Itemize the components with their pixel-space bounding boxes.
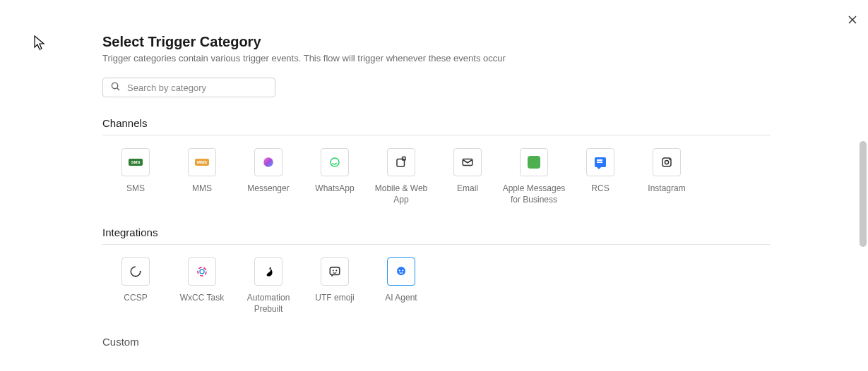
tile-label: Apple Messages for Business bbox=[502, 183, 566, 205]
section-title-channels: Channels bbox=[102, 117, 770, 135]
section-title-custom: Custom bbox=[102, 336, 770, 353]
tile-wxcc-task[interactable]: WxCC Task bbox=[169, 257, 235, 315]
tile-apple-messages[interactable]: Apple Messages for Business bbox=[501, 148, 567, 205]
section-title-integrations: Integrations bbox=[102, 226, 770, 245]
svg-point-17 bbox=[333, 270, 334, 272]
tile-mms[interactable]: MMS MMS bbox=[169, 148, 235, 205]
search-input[interactable] bbox=[102, 78, 275, 97]
messenger-icon bbox=[254, 148, 283, 176]
wxcc-icon bbox=[188, 257, 216, 286]
tile-instagram[interactable]: Instagram bbox=[634, 148, 700, 205]
section-custom: Custom bbox=[102, 336, 770, 353]
tile-whatsapp[interactable]: WhatsApp bbox=[302, 148, 368, 205]
tile-label: WhatsApp bbox=[315, 183, 354, 195]
tile-label: Email bbox=[457, 183, 478, 195]
tile-label: RCS bbox=[591, 183, 609, 195]
emoji-icon bbox=[321, 257, 349, 286]
tile-messenger[interactable]: Messenger bbox=[235, 148, 302, 205]
tile-label: AI Agent bbox=[385, 293, 417, 304]
mobile-web-icon bbox=[387, 148, 415, 176]
section-integrations: Integrations CCSP bbox=[102, 226, 770, 315]
scrollbar-thumb[interactable] bbox=[860, 141, 867, 247]
ccsp-icon bbox=[121, 257, 150, 286]
tile-label: MMS bbox=[192, 183, 212, 195]
mms-icon: MMS bbox=[188, 148, 216, 176]
svg-point-19 bbox=[397, 267, 405, 275]
ai-agent-icon bbox=[387, 257, 415, 286]
svg-rect-16 bbox=[330, 267, 340, 275]
tile-ccsp[interactable]: CCSP bbox=[102, 257, 169, 315]
svg-point-12 bbox=[135, 276, 136, 277]
tile-label: Messenger bbox=[247, 183, 289, 195]
close-icon bbox=[848, 16, 857, 24]
tile-mobile-web[interactable]: Mobile & Web App bbox=[368, 148, 434, 205]
svg-point-5 bbox=[331, 158, 339, 166]
page-title: Select Trigger Category bbox=[102, 34, 770, 50]
modal-content: Select Trigger Category Trigger categori… bbox=[0, 0, 770, 353]
apple-messages-icon bbox=[520, 148, 548, 176]
page-subtitle: Trigger categories contain various trigg… bbox=[102, 53, 770, 63]
svg-point-4 bbox=[263, 157, 273, 167]
modal-header: Select Trigger Category Trigger categori… bbox=[102, 34, 770, 63]
sms-icon: SMS bbox=[121, 148, 150, 176]
email-icon bbox=[453, 148, 482, 176]
tile-email[interactable]: Email bbox=[434, 148, 501, 205]
tile-utf-emoji[interactable]: UTF emoji bbox=[302, 257, 368, 315]
tile-sms[interactable]: SMS SMS bbox=[102, 148, 169, 205]
svg-point-13 bbox=[140, 271, 141, 272]
tile-ai-agent[interactable]: AI Agent bbox=[368, 257, 434, 315]
svg-point-14 bbox=[198, 267, 206, 276]
scrollbar[interactable] bbox=[857, 0, 867, 371]
whatsapp-icon bbox=[321, 148, 349, 176]
tile-label: Automation Prebuilt bbox=[237, 293, 300, 315]
svg-point-15 bbox=[200, 269, 204, 274]
search-wrapper bbox=[102, 78, 275, 97]
svg-point-18 bbox=[335, 270, 337, 272]
section-channels: Channels SMS SMS MMS MMS bbox=[102, 117, 770, 205]
automation-icon bbox=[254, 257, 283, 286]
svg-point-11 bbox=[669, 159, 670, 160]
tile-rcs[interactable]: RCS bbox=[567, 148, 634, 205]
instagram-icon bbox=[653, 148, 681, 176]
integrations-grid: CCSP WxCC Task Automation Prebuilt bbox=[102, 257, 770, 315]
svg-point-10 bbox=[665, 160, 668, 164]
tile-label: WxCC Task bbox=[180, 293, 224, 304]
tile-label: Instagram bbox=[648, 183, 685, 195]
svg-rect-7 bbox=[403, 157, 406, 161]
channels-grid: SMS SMS MMS MMS bbox=[102, 148, 770, 205]
svg-point-21 bbox=[402, 270, 403, 272]
rcs-icon bbox=[586, 148, 614, 176]
svg-point-20 bbox=[399, 270, 400, 272]
tile-label: SMS bbox=[126, 183, 145, 195]
tile-label: Mobile & Web App bbox=[369, 183, 433, 205]
tile-label: CCSP bbox=[124, 293, 147, 304]
tile-label: UTF emoji bbox=[315, 293, 354, 304]
tile-automation-prebuilt[interactable]: Automation Prebuilt bbox=[235, 257, 302, 315]
